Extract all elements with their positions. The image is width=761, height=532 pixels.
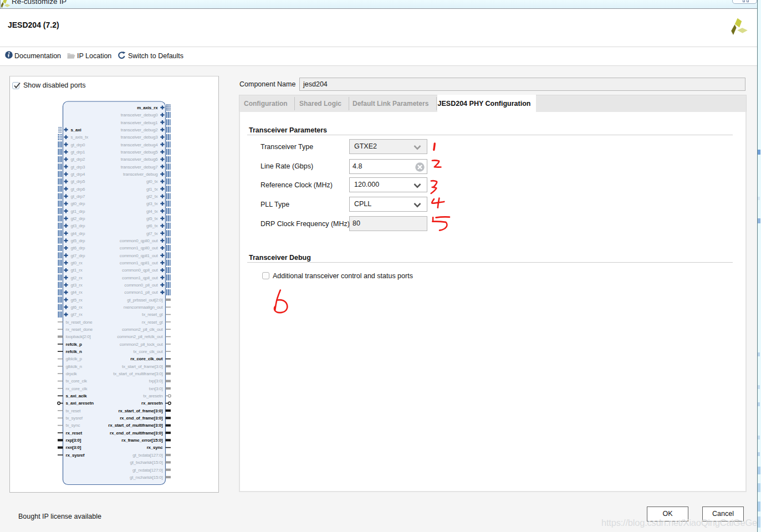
- svg-text:rx_reset_done: rx_reset_done: [66, 327, 93, 332]
- svg-text:gt_prbssel_out[2:0]: gt_prbssel_out[2:0]: [127, 298, 162, 303]
- svg-text:glblclk_n: glblclk_n: [66, 364, 82, 369]
- svg-text:gt3_rx: gt3_rx: [71, 283, 83, 288]
- svg-text:gt4_rx: gt4_rx: [71, 290, 83, 295]
- svg-text:gt1_drp: gt1_drp: [71, 209, 85, 214]
- svg-text:gt5_drp: gt5_drp: [71, 238, 85, 243]
- svg-text:gt0_drp: gt0_drp: [71, 201, 85, 206]
- svg-text:gt_drp6: gt_drp6: [71, 187, 85, 192]
- svg-text:gt_rxcharisk[15:0]: gt_rxcharisk[15:0]: [130, 475, 163, 480]
- svg-text:rx_sysref: rx_sysref: [66, 453, 85, 458]
- svg-text:s_axi_aresetn: s_axi_aresetn: [66, 401, 94, 406]
- svg-text:tx_aresetn: tx_aresetn: [143, 393, 162, 398]
- svg-text:rx_core_clk_out: rx_core_clk_out: [130, 356, 163, 361]
- svg-text:gt5_tx: gt5_tx: [146, 216, 158, 221]
- svg-text:gt3_tx: gt3_tx: [146, 201, 158, 206]
- svg-text:gt2_rx: gt2_rx: [71, 275, 83, 280]
- svg-text:common1_qpll1_out: common1_qpll1_out: [120, 260, 159, 265]
- svg-text:transceiver_debug4: transceiver_debug4: [121, 142, 158, 147]
- svg-text:common0_qpll0_out: common0_qpll0_out: [120, 238, 159, 243]
- svg-text:common2_pll_clk_out: common2_pll_clk_out: [122, 327, 164, 332]
- svg-text:transceiver_debug1: transceiver_debug1: [121, 120, 158, 125]
- svg-text:transceiver_debug0: transceiver_debug0: [121, 112, 158, 117]
- svg-text:s_axi_aclk: s_axi_aclk: [66, 393, 88, 398]
- svg-text:transceiver_debug2: transceiver_debug2: [121, 127, 158, 132]
- svg-text:gt5_rx: gt5_rx: [71, 298, 83, 303]
- svg-text:rx_end_of_frame[3:0]: rx_end_of_frame[3:0]: [120, 416, 163, 421]
- svg-text:gt_drp0: gt_drp0: [71, 142, 85, 147]
- svg-text:rx_sync: rx_sync: [147, 445, 164, 450]
- svg-text:gt_drp2: gt_drp2: [71, 157, 85, 162]
- svg-text:gt_txcharisk[15:0]: gt_txcharisk[15:0]: [130, 460, 162, 465]
- svg-text:tx_reset: tx_reset: [66, 408, 81, 413]
- svg-text:refclk_p: refclk_p: [66, 342, 82, 347]
- svg-text:loopback[2:0]: loopback[2:0]: [66, 334, 91, 339]
- svg-text:gt_drp4: gt_drp4: [71, 172, 85, 177]
- svg-text:common2_pll_refclk_out: common2_pll_refclk_out: [117, 334, 163, 339]
- svg-text:gt3_drp: gt3_drp: [71, 223, 85, 228]
- svg-text:gt_drp1: gt_drp1: [71, 150, 85, 155]
- svg-text:gt2_drp: gt2_drp: [71, 216, 85, 221]
- svg-text:common2_pll_lock_out: common2_pll_lock_out: [120, 342, 164, 347]
- svg-text:gt0_tx: gt0_tx: [146, 179, 158, 184]
- svg-text:transceiver_debug5: transceiver_debug5: [121, 150, 158, 155]
- svg-text:transceiver_debug: transceiver_debug: [123, 172, 157, 177]
- svg-text:common1_qpll0_out: common1_qpll0_out: [120, 245, 159, 250]
- svg-text:gt1_tx: gt1_tx: [146, 187, 158, 192]
- svg-text:tx_reset_gt: tx_reset_gt: [142, 312, 163, 317]
- svg-text:common0_pll_out: common0_pll_out: [124, 283, 158, 288]
- svg-text:gt2_tx: gt2_tx: [146, 194, 158, 199]
- svg-text:txp[3:0]: txp[3:0]: [149, 378, 163, 383]
- svg-text:gt_txdata[127:0]: gt_txdata[127:0]: [132, 453, 162, 458]
- svg-text:tx_reset_done: tx_reset_done: [66, 320, 93, 325]
- svg-text:rxn[3:0]: rxn[3:0]: [66, 445, 81, 450]
- svg-text:common0_qpll_out: common0_qpll_out: [122, 268, 158, 273]
- svg-text:rx_end_of_multiframe[3:0]: rx_end_of_multiframe[3:0]: [110, 431, 163, 436]
- svg-text:tx_start_of_multiframe[3:0]: tx_start_of_multiframe[3:0]: [113, 371, 162, 376]
- svg-text:gt7_tx: gt7_tx: [146, 231, 158, 236]
- svg-text:drpclk: drpclk: [66, 371, 78, 376]
- svg-text:refclk_n: refclk_n: [66, 349, 82, 354]
- svg-text:rx_start_of_multiframe[3:0]: rx_start_of_multiframe[3:0]: [108, 423, 163, 428]
- svg-text:transceiver_debug6: transceiver_debug6: [121, 157, 158, 162]
- svg-text:rx_reset_gt: rx_reset_gt: [142, 320, 164, 325]
- svg-text:gt7_drp: gt7_drp: [71, 253, 85, 258]
- svg-text:transceiver_debug7: transceiver_debug7: [121, 165, 158, 170]
- svg-text:gt1_rx: gt1_rx: [71, 268, 83, 273]
- svg-text:gt4_drp: gt4_drp: [71, 231, 85, 236]
- svg-text:gt_rxdata[127:0]: gt_rxdata[127:0]: [132, 468, 163, 473]
- svg-text:tx_start_of_frame[3:0]: tx_start_of_frame[3:0]: [122, 364, 162, 369]
- svg-text:gt6_tx: gt6_tx: [146, 223, 158, 228]
- svg-text:gt4_tx: gt4_tx: [146, 209, 158, 214]
- svg-text:tx_sysref: tx_sysref: [66, 416, 83, 421]
- svg-text:rxencommaalign_out: rxencommaalign_out: [124, 305, 164, 310]
- svg-text:gt7_rx: gt7_rx: [71, 312, 83, 317]
- svg-text:gt_drp3: gt_drp3: [71, 165, 85, 170]
- svg-text:common0_qpll1_out: common0_qpll1_out: [120, 253, 159, 258]
- svg-text:s_axis_tx: s_axis_tx: [71, 135, 89, 140]
- svg-text:m_axis_rx: m_axis_rx: [137, 105, 158, 110]
- svg-text:glblclk_p: glblclk_p: [66, 356, 83, 361]
- svg-text:txn[3:0]: txn[3:0]: [149, 386, 163, 391]
- svg-text:tx_sync: tx_sync: [66, 423, 80, 428]
- svg-text:rx_start_of_frame[3:0]: rx_start_of_frame[3:0]: [118, 408, 163, 413]
- svg-text:rx_core_clk: rx_core_clk: [66, 386, 88, 391]
- svg-text:transceiver_debug3: transceiver_debug3: [121, 135, 158, 140]
- svg-text:gt0_rx: gt0_rx: [71, 260, 83, 265]
- svg-text:rx_aresetn: rx_aresetn: [141, 401, 163, 406]
- svg-text:tx_core_clk_out: tx_core_clk_out: [133, 349, 163, 354]
- svg-text:rx_frame_error[15:0]: rx_frame_error[15:0]: [121, 438, 163, 443]
- svg-text:rxp[3:0]: rxp[3:0]: [66, 438, 81, 443]
- svg-text:s_axi: s_axi: [71, 127, 81, 132]
- svg-text:rx_reset: rx_reset: [66, 431, 83, 436]
- svg-text:common1_qpll_out: common1_qpll_out: [122, 275, 158, 280]
- svg-text:common1_pll_out: common1_pll_out: [124, 290, 158, 295]
- svg-text:tx_core_clk: tx_core_clk: [66, 378, 88, 383]
- svg-text:gt6_rx: gt6_rx: [71, 305, 83, 310]
- svg-text:gt6_drp: gt6_drp: [71, 245, 85, 250]
- svg-text:gt_drp7: gt_drp7: [71, 194, 85, 199]
- svg-text:gt_drp5: gt_drp5: [71, 179, 85, 184]
